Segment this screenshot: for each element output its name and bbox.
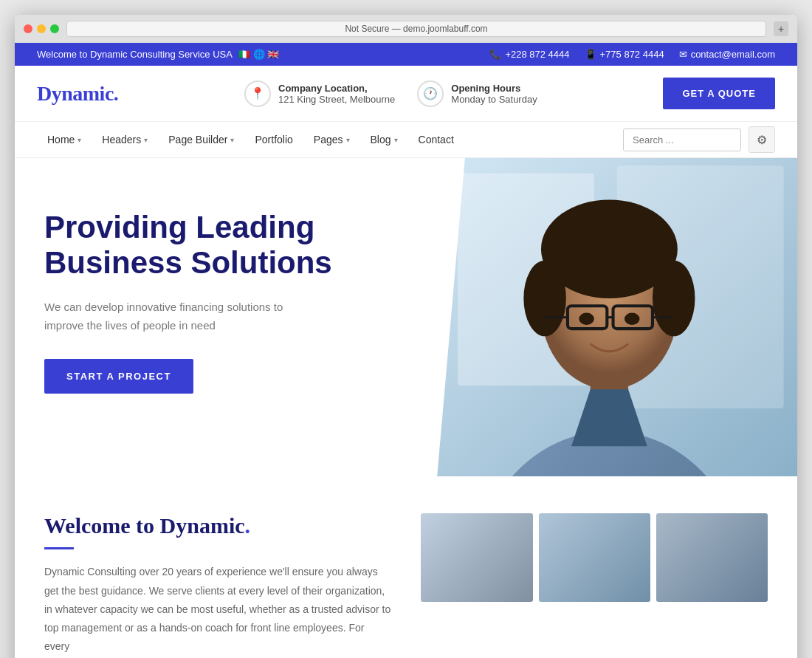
nav-item-headers[interactable]: Headers ▾ xyxy=(92,122,158,157)
hero-section: Providing Leading Business Solutions We … xyxy=(15,158,797,476)
nav-item-blog[interactable]: Blog ▾ xyxy=(360,122,408,157)
about-title: Welcome to Dynamic. xyxy=(44,513,391,538)
nav-label-blog: Blog xyxy=(371,134,391,145)
logo-dot: . xyxy=(114,82,119,105)
chevron-down-icon: ▾ xyxy=(230,136,234,144)
header-info: 📍 Company Location, 121 King Street, Mel… xyxy=(244,80,537,107)
nav-link-home[interactable]: Home ▾ xyxy=(37,122,92,157)
maximize-button[interactable] xyxy=(50,24,59,33)
welcome-text: Welcome to Dynamic Consulting Service US… xyxy=(37,49,233,60)
top-bar: Welcome to Dynamic Consulting Service US… xyxy=(15,43,797,66)
phone2-icon: 📱 xyxy=(585,49,596,60)
nav-item-portfolio[interactable]: Portfolio xyxy=(244,122,303,157)
site-logo: Dynamic. xyxy=(37,82,118,106)
hero-content: Providing Leading Business Solutions We … xyxy=(15,158,422,476)
nav-label-portfolio: Portfolio xyxy=(255,134,292,145)
start-project-button[interactable]: START A PROJECT xyxy=(44,359,193,394)
svg-point-8 xyxy=(653,261,695,337)
window-controls xyxy=(24,24,59,33)
browser-window: Not Secure — demo.joomlabuff.com + Welco… xyxy=(15,15,797,658)
minimize-button[interactable] xyxy=(37,24,46,33)
hero-title: Providing Leading Business Solutions xyxy=(44,210,399,281)
site-header: Dynamic. 📍 Company Location, 121 King St… xyxy=(15,66,797,122)
nav-label-home: Home xyxy=(47,134,75,145)
about-image-2 xyxy=(539,513,650,602)
chevron-down-icon: ▾ xyxy=(346,136,350,144)
flags: 🇮🇹 🌐 🇬🇧 xyxy=(238,49,279,60)
svg-point-15 xyxy=(625,313,640,325)
nav-link-contact[interactable]: Contact xyxy=(408,122,464,157)
nav-bar: Home ▾ Headers ▾ Page Builder ▾ xyxy=(15,122,797,158)
chevron-down-icon: ▾ xyxy=(394,136,398,144)
chevron-down-icon: ▾ xyxy=(78,136,81,144)
phone-icon: 📞 xyxy=(489,49,501,60)
email: ✉ contact@email.com xyxy=(679,49,775,60)
about-description: Dynamic Consulting over 20 years of expe… xyxy=(44,563,391,656)
chevron-down-icon: ▾ xyxy=(144,136,148,144)
location-info: 📍 Company Location, 121 King Street, Mel… xyxy=(244,80,395,107)
about-image-1 xyxy=(421,513,532,602)
nav-item-pages[interactable]: Pages ▾ xyxy=(303,122,360,157)
nav-link-headers[interactable]: Headers ▾ xyxy=(92,122,158,157)
nav-label-page-builder: Page Builder xyxy=(168,134,227,145)
settings-icon[interactable]: ⚙ xyxy=(749,126,775,153)
site-content: Welcome to Dynamic Consulting Service US… xyxy=(15,43,797,658)
nav-right: ⚙ xyxy=(623,126,775,153)
browser-chrome: Not Secure — demo.joomlabuff.com + xyxy=(15,15,797,43)
about-divider xyxy=(44,547,74,549)
svg-point-14 xyxy=(579,313,595,325)
nav-label-pages: Pages xyxy=(314,134,343,145)
hero-image xyxy=(422,158,797,476)
new-tab-button[interactable]: + xyxy=(774,21,788,36)
hours-info: 🕐 Opening Hours Monday to Saturday xyxy=(417,80,537,107)
location-text: Company Location, 121 King Street, Melbo… xyxy=(278,83,395,105)
nav-label-contact: Contact xyxy=(419,134,454,145)
about-image-3 xyxy=(656,513,768,602)
location-icon: 📍 xyxy=(244,80,271,107)
email-icon: ✉ xyxy=(679,49,687,60)
get-quote-button[interactable]: GET A QUOTE xyxy=(663,78,775,109)
nav-link-page-builder[interactable]: Page Builder ▾ xyxy=(158,122,244,157)
nav-link-blog[interactable]: Blog ▾ xyxy=(360,122,408,157)
close-button[interactable] xyxy=(24,24,32,33)
top-bar-right: 📞 +228 872 4444 📱 +775 872 4444 ✉ contac… xyxy=(489,49,775,60)
nav-link-pages[interactable]: Pages ▾ xyxy=(303,122,360,157)
nav-item-contact[interactable]: Contact xyxy=(408,122,464,157)
about-images xyxy=(421,513,768,602)
phone2: 📱 +775 872 4444 xyxy=(585,49,664,60)
nav-link-portfolio[interactable]: Portfolio xyxy=(244,122,303,157)
nav-item-home[interactable]: Home ▾ xyxy=(37,122,92,157)
about-text: Welcome to Dynamic. Dynamic Consulting o… xyxy=(44,513,391,656)
nav-item-page-builder[interactable]: Page Builder ▾ xyxy=(158,122,244,157)
top-bar-left: Welcome to Dynamic Consulting Service US… xyxy=(37,49,279,60)
about-section: Welcome to Dynamic. Dynamic Consulting o… xyxy=(15,476,797,658)
search-input[interactable] xyxy=(623,128,741,151)
phone1: 📞 +228 872 4444 xyxy=(489,49,569,60)
hours-text: Opening Hours Monday to Saturday xyxy=(451,83,537,105)
nav-label-headers: Headers xyxy=(102,134,141,145)
title-dot: . xyxy=(245,513,251,538)
nav-links: Home ▾ Headers ▾ Page Builder ▾ xyxy=(37,122,464,157)
svg-point-7 xyxy=(524,261,567,337)
address-bar[interactable]: Not Secure — demo.joomlabuff.com xyxy=(66,21,766,37)
hero-subtitle: We can develop innovative financing solu… xyxy=(44,298,325,335)
clock-icon: 🕐 xyxy=(417,80,444,107)
